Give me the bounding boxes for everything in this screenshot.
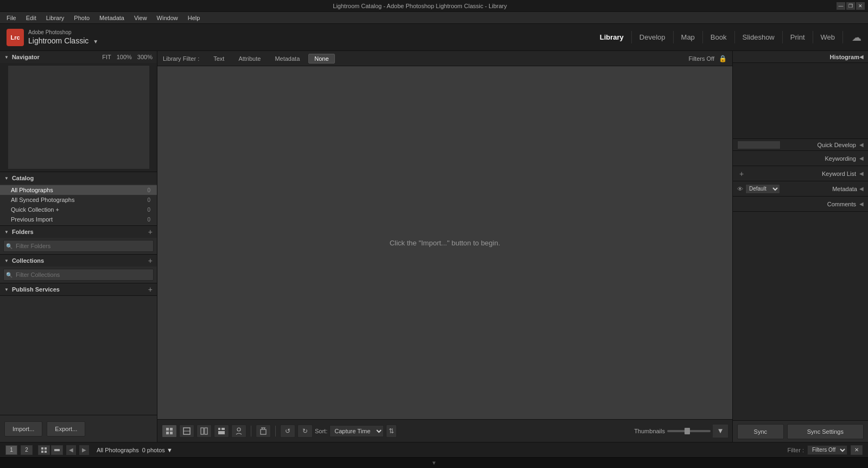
right-panel: Histogram ◀ Quick Develop ◀ Keywording ◀… [732, 51, 868, 442]
comments-label: Comments [737, 201, 856, 207]
logo-dropdown-arrow[interactable]: ▼ [93, 39, 98, 45]
grid-mode-button[interactable] [38, 445, 50, 455]
tab-web[interactable]: Web [813, 31, 844, 43]
catalog-item-quick-collection[interactable]: Quick Collection + 0 [0, 205, 157, 214]
tab-develop[interactable]: Develop [632, 31, 674, 43]
catalog-item-previous-import[interactable]: Previous Import 0 [0, 214, 157, 224]
tab-map[interactable]: Map [674, 31, 703, 43]
nav-tabs: Library Develop Map Book Slideshow Print… [115, 31, 861, 43]
tab-book[interactable]: Book [703, 31, 735, 43]
filmstrip-mode-button[interactable] [51, 445, 63, 455]
filter-tab-none[interactable]: None [308, 54, 334, 64]
quick-develop-header[interactable]: Quick Develop ◀ [733, 139, 868, 151]
navigator-zoom300[interactable]: 300% [137, 54, 153, 60]
restore-button[interactable]: ❐ [846, 2, 855, 10]
filter-tab-text[interactable]: Text [208, 54, 230, 63]
menu-library[interactable]: Library [42, 14, 69, 22]
collections-header[interactable]: ▼ Collections + [0, 255, 157, 267]
app-name-line2: Lightroom Classic ▼ [28, 36, 98, 46]
page-1-button[interactable]: 1 [5, 445, 17, 455]
rotation-right-button[interactable]: ↻ [297, 425, 313, 438]
collections-add-button[interactable]: + [148, 256, 153, 265]
delete-button[interactable] [256, 425, 271, 438]
keyword-list-add-icon[interactable]: + [739, 169, 744, 178]
catalog-item-label: Previous Import [11, 216, 140, 223]
metadata-row[interactable]: 👁 Default EXIF IPTC Location Minimal Met… [733, 181, 868, 197]
sync-button[interactable]: Sync [737, 424, 784, 439]
page-2-button[interactable]: 2 [21, 445, 33, 455]
catalog-item-all-photographs[interactable]: All Photographs 0 [0, 185, 157, 195]
folders-section: ▼ Folders + 🔍 [0, 226, 157, 255]
metadata-eye-icon[interactable]: 👁 [737, 186, 743, 192]
sort-direction-button[interactable]: ⇅ [386, 425, 397, 438]
sort-select[interactable]: Capture Time Added Order Edit Time Edit … [330, 425, 384, 437]
folders-header[interactable]: ▼ Folders + [0, 226, 157, 238]
catalog-item-count: 0 [140, 217, 150, 223]
publish-services-add-button[interactable]: + [148, 285, 153, 294]
folders-title: Folders [12, 229, 148, 235]
comments-row[interactable]: Comments ◀ [733, 197, 868, 212]
collections-title: Collections [12, 257, 148, 264]
folders-add-button[interactable]: + [148, 227, 153, 236]
tab-library[interactable]: Library [592, 31, 632, 43]
forward-button[interactable]: ▶ [79, 445, 89, 455]
status-filter-dropdown[interactable]: Filters Off Flag Rating Label [807, 445, 847, 455]
back-button[interactable]: ◀ [66, 445, 76, 455]
catalog-item-all-synced[interactable]: All Synced Photographs 0 [0, 195, 157, 205]
menu-file[interactable]: File [2, 14, 21, 22]
import-button[interactable]: Import... [4, 421, 42, 437]
menu-metadata[interactable]: Metadata [95, 14, 129, 22]
publish-services-title: Publish Services [12, 286, 148, 293]
export-button[interactable]: Export... [47, 421, 85, 437]
cloud-icon[interactable]: ☁ [852, 31, 861, 43]
navigator-header[interactable]: ▼ Navigator FIT 100% 300% [0, 51, 157, 63]
navigator-section: ▼ Navigator FIT 100% 300% [0, 51, 157, 172]
topbar: Lrc Adobe Photoshop Lightroom Classic ▼ … [0, 24, 868, 51]
filter-tab-attribute[interactable]: Attribute [233, 54, 266, 63]
grid-view-button[interactable] [162, 425, 177, 438]
svg-rect-18 [41, 451, 43, 453]
keywording-row[interactable]: Keywording ◀ [733, 151, 868, 166]
svg-rect-2 [166, 432, 169, 434]
people-view-button[interactable] [231, 425, 246, 438]
rotation-left-button[interactable]: ↺ [280, 425, 295, 438]
navigator-fit[interactable]: FIT [102, 54, 111, 60]
menu-photo[interactable]: Photo [69, 14, 94, 22]
filter-lock-icon[interactable]: 🔒 [719, 55, 727, 62]
folders-filter-input[interactable] [3, 240, 154, 252]
left-panel-collapse-button[interactable]: ◀ [157, 236, 157, 257]
filter-tab-metadata[interactable]: Metadata [269, 54, 305, 63]
menu-view[interactable]: View [130, 14, 151, 22]
compare-icon [200, 427, 208, 435]
catalog-header[interactable]: ▼ Catalog [0, 172, 157, 184]
menu-help[interactable]: Help [183, 14, 205, 22]
loupe-view-button[interactable] [179, 425, 194, 438]
histogram-header[interactable]: Histogram ◀ [733, 51, 868, 63]
minimize-button[interactable]: — [837, 2, 845, 10]
tab-slideshow[interactable]: Slideshow [735, 31, 783, 43]
sync-settings-button[interactable]: Sync Settings [787, 424, 864, 439]
survey-view-button[interactable] [214, 425, 229, 438]
thumbnail-size-slider[interactable] [667, 430, 711, 432]
collections-section: ▼ Collections + 🔍 [0, 255, 157, 283]
menu-window[interactable]: Window [153, 14, 182, 22]
bottom-strip: ▼ [0, 457, 868, 468]
menu-edit[interactable]: Edit [22, 14, 41, 22]
library-filter-bar: Library Filter : Text Attribute Metadata… [157, 51, 732, 66]
compare-view-button[interactable] [197, 425, 212, 438]
keyword-list-row[interactable]: + Keyword List ◀ [733, 166, 868, 181]
catalog-item-count: 0 [140, 187, 150, 193]
status-filter-toggle[interactable]: ✕ [851, 445, 863, 455]
histogram-toggle-arrow[interactable]: ◀ [859, 54, 864, 60]
bottom-strip-arrow[interactable]: ▼ [432, 460, 437, 466]
status-photo-count[interactable]: 0 photos ▼ [142, 447, 173, 453]
delete-icon [259, 427, 267, 435]
app-logo: Lrc [7, 29, 24, 46]
collections-filter-input[interactable] [3, 269, 154, 281]
close-button[interactable]: ✕ [856, 2, 865, 10]
publish-services-header[interactable]: ▼ Publish Services + [0, 283, 157, 295]
filmstrip-toggle-button[interactable]: ▼ [713, 425, 728, 438]
tab-print[interactable]: Print [783, 31, 813, 43]
navigator-zoom100[interactable]: 100% [117, 54, 132, 60]
metadata-preset-select[interactable]: Default EXIF IPTC Location Minimal [745, 184, 780, 194]
